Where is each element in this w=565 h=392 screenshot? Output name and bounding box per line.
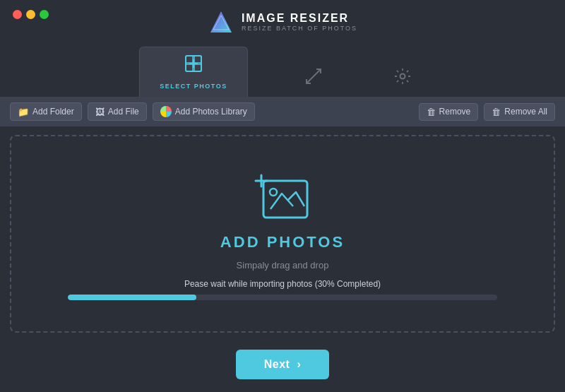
progress-text: Pease wait while importing photos (30% C… bbox=[184, 279, 381, 289]
svg-rect-8 bbox=[194, 64, 201, 71]
toolbar: 📁 Add Folder 🖼 Add File Add Photos Libra… bbox=[0, 97, 565, 126]
tab-bar: SELECT PHOTOS bbox=[0, 35, 565, 97]
add-file-label: Add File bbox=[108, 107, 139, 117]
drop-zone[interactable]: ADD PHOTOS Simpaly drag and drop Pease w… bbox=[10, 135, 555, 333]
svg-point-10 bbox=[400, 74, 405, 79]
progress-bar-fill bbox=[68, 295, 196, 300]
next-label: Next bbox=[264, 358, 290, 371]
next-chevron-icon: › bbox=[297, 358, 301, 371]
svg-point-14 bbox=[270, 189, 277, 196]
minimize-button[interactable] bbox=[26, 10, 35, 19]
svg-rect-7 bbox=[186, 64, 193, 71]
resize-icon bbox=[304, 67, 323, 90]
traffic-lights bbox=[13, 10, 49, 19]
tab-settings[interactable] bbox=[379, 60, 426, 97]
folder-icon: 📁 bbox=[18, 107, 29, 117]
maximize-button[interactable] bbox=[40, 10, 49, 19]
app-subtitle: RESIZE BATCH OF PHOTOS bbox=[242, 25, 357, 32]
app-title-area: IMAGE RESIZER RESIZE BATCH OF PHOTOS bbox=[208, 8, 357, 35]
add-photos-icon bbox=[251, 168, 314, 225]
add-file-button[interactable]: 🖼 Add File bbox=[88, 102, 147, 121]
remove-all-button[interactable]: 🗑 Remove All bbox=[484, 103, 555, 121]
app-logo bbox=[208, 8, 234, 35]
photos-library-icon bbox=[160, 106, 172, 117]
add-photos-title: ADD PHOTOS bbox=[220, 233, 345, 251]
remove-label: Remove bbox=[439, 107, 471, 117]
svg-rect-6 bbox=[194, 56, 201, 63]
title-bar: IMAGE RESIZER RESIZE BATCH OF PHOTOS bbox=[0, 0, 565, 35]
progress-bar-background bbox=[68, 295, 497, 300]
svg-rect-5 bbox=[186, 56, 193, 63]
remove-icon: 🗑 bbox=[427, 107, 436, 117]
tab-select-photos-label: SELECT PHOTOS bbox=[160, 83, 227, 90]
tab-select-photos[interactable]: SELECT PHOTOS bbox=[139, 47, 247, 97]
app-name: IMAGE RESIZER bbox=[242, 12, 357, 25]
footer: Next › bbox=[0, 341, 565, 392]
select-photos-icon bbox=[184, 54, 203, 77]
add-folder-label: Add Folder bbox=[32, 107, 74, 117]
add-photos-library-label: Add Photos Library bbox=[175, 107, 247, 117]
remove-button[interactable]: 🗑 Remove bbox=[419, 103, 479, 121]
remove-all-icon: 🗑 bbox=[492, 107, 501, 117]
progress-area: Pease wait while importing photos (30% C… bbox=[11, 279, 554, 300]
tab-resize[interactable] bbox=[290, 60, 337, 97]
file-icon: 🖼 bbox=[95, 107, 105, 117]
next-button[interactable]: Next › bbox=[236, 350, 330, 379]
add-photos-subtitle: Simpaly drag and drop bbox=[237, 260, 329, 271]
toolbar-left: 📁 Add Folder 🖼 Add File Add Photos Libra… bbox=[10, 102, 255, 121]
settings-icon bbox=[393, 67, 412, 90]
close-button[interactable] bbox=[13, 10, 22, 19]
add-photos-library-button[interactable]: Add Photos Library bbox=[153, 102, 255, 121]
remove-all-label: Remove All bbox=[504, 107, 547, 117]
add-folder-button[interactable]: 📁 Add Folder bbox=[10, 102, 82, 121]
toolbar-right: 🗑 Remove 🗑 Remove All bbox=[419, 103, 555, 121]
svg-line-9 bbox=[307, 69, 321, 83]
app-title-text: IMAGE RESIZER RESIZE BATCH OF PHOTOS bbox=[242, 12, 357, 32]
